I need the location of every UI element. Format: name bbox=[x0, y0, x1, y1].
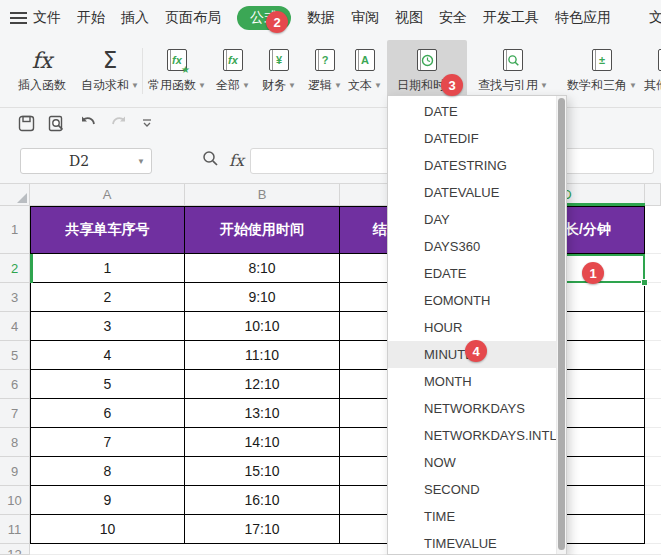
toolbar-button-label: 自动求和 bbox=[81, 77, 129, 94]
menu-item-1[interactable]: 开始 bbox=[77, 9, 105, 27]
row-header-9[interactable]: 9 bbox=[0, 457, 30, 486]
chevron-down-icon[interactable]: ▼ bbox=[137, 157, 145, 166]
function-item-networkdays.intl[interactable]: NETWORKDAYS.INTL bbox=[388, 422, 566, 449]
toolbar-button-label: 其他函数 bbox=[644, 77, 661, 94]
fill-handle[interactable] bbox=[641, 279, 648, 286]
menu-item-8[interactable]: 安全 bbox=[439, 9, 467, 27]
cell-A9[interactable]: 8 bbox=[30, 457, 185, 486]
save-icon[interactable] bbox=[18, 115, 35, 132]
cell-A10[interactable]: 9 bbox=[30, 486, 185, 515]
toolbar-button-text[interactable]: A文本▼ bbox=[344, 40, 386, 102]
toolbar-button-autosum[interactable]: Σ自动求和▼ bbox=[78, 40, 142, 102]
toolbar-button-insert-function[interactable]: fx插入函数 bbox=[6, 40, 78, 102]
cell-B8[interactable]: 14:10 bbox=[185, 428, 340, 457]
row-header-4[interactable]: 4 bbox=[0, 312, 30, 341]
menu-item-9[interactable]: 开发工具 bbox=[483, 9, 539, 27]
chevron-down-icon: ▼ bbox=[540, 81, 548, 90]
cell-E7[interactable] bbox=[645, 399, 661, 428]
undo-icon[interactable] bbox=[79, 115, 97, 131]
row-header-2[interactable]: 2 bbox=[0, 254, 30, 283]
menu-item-2[interactable]: 插入 bbox=[121, 9, 149, 27]
fx-icon[interactable]: fx bbox=[229, 151, 244, 170]
menu-item-3[interactable]: 页面布局 bbox=[165, 9, 221, 27]
cell-B7[interactable]: 13:10 bbox=[185, 399, 340, 428]
cell-A3[interactable]: 2 bbox=[30, 283, 185, 312]
cell-A2[interactable]: 1 bbox=[30, 254, 185, 283]
print-preview-icon[interactable] bbox=[48, 115, 66, 132]
toolbar-button-financial[interactable]: ¥财务▼ bbox=[258, 40, 300, 102]
cell-E5[interactable] bbox=[645, 341, 661, 370]
cell-A4[interactable]: 3 bbox=[30, 312, 185, 341]
toolbar-button-common-functions[interactable]: fx★常用函数▼ bbox=[144, 40, 210, 102]
cell-A8[interactable]: 7 bbox=[30, 428, 185, 457]
dropdown-scrollbar-thumb[interactable] bbox=[558, 98, 565, 550]
row-header-6[interactable]: 6 bbox=[0, 370, 30, 399]
select-all-corner[interactable] bbox=[0, 184, 30, 206]
function-item-date[interactable]: DATE bbox=[388, 98, 566, 125]
menu-item-5[interactable]: 数据 bbox=[307, 9, 335, 27]
cell-A6[interactable]: 5 bbox=[30, 370, 185, 399]
column-header-B[interactable]: B bbox=[185, 184, 340, 206]
row-header-5[interactable]: 5 bbox=[0, 341, 30, 370]
cell-E4[interactable] bbox=[645, 312, 661, 341]
cell-E8[interactable] bbox=[645, 428, 661, 457]
row-header-11[interactable]: 11 bbox=[0, 515, 30, 544]
function-item-eomonth[interactable]: EOMONTH bbox=[388, 287, 566, 314]
cell-B3[interactable]: 9:10 bbox=[185, 283, 340, 312]
function-item-days360[interactable]: DAYS360 bbox=[388, 233, 566, 260]
cell-B1[interactable]: 开始使用时间 bbox=[185, 206, 340, 254]
cell-B11[interactable]: 17:10 bbox=[185, 515, 340, 544]
cell-A11[interactable]: 10 bbox=[30, 515, 185, 544]
function-item-datedif[interactable]: DATEDIF bbox=[388, 125, 566, 152]
cell-B4[interactable]: 10:10 bbox=[185, 312, 340, 341]
cell-B6[interactable]: 12:10 bbox=[185, 370, 340, 399]
magnifier-icon[interactable] bbox=[202, 150, 219, 171]
row-header-1[interactable]: 1 bbox=[0, 206, 30, 254]
cell-B5[interactable]: 11:10 bbox=[185, 341, 340, 370]
cell-E1[interactable] bbox=[645, 206, 661, 254]
toolbar-button-lookup-reference[interactable]: 查找与引用▼ bbox=[470, 40, 556, 102]
menu-item-11[interactable]: 文 bbox=[649, 9, 661, 27]
column-header-E[interactable] bbox=[645, 184, 661, 206]
function-item-datevalue[interactable]: DATEVALUE bbox=[388, 179, 566, 206]
annotation-badge-4: 4 bbox=[465, 340, 487, 362]
cell-B2[interactable]: 8:10 bbox=[185, 254, 340, 283]
cell-B9[interactable]: 15:10 bbox=[185, 457, 340, 486]
menu-item-0[interactable]: 文件 bbox=[10, 9, 61, 27]
function-item-edate[interactable]: EDATE bbox=[388, 260, 566, 287]
cell-E6[interactable] bbox=[645, 370, 661, 399]
column-header-A[interactable]: A bbox=[30, 184, 185, 206]
function-item-now[interactable]: NOW bbox=[388, 449, 566, 476]
function-item-second[interactable]: SECOND bbox=[388, 476, 566, 503]
function-item-timevalue[interactable]: TIMEVALUE bbox=[388, 530, 566, 555]
menu-item-7[interactable]: 视图 bbox=[395, 9, 423, 27]
function-item-datestring[interactable]: DATESTRING bbox=[388, 152, 566, 179]
row-header-10[interactable]: 10 bbox=[0, 486, 30, 515]
cell-E10[interactable] bbox=[645, 486, 661, 515]
function-item-month[interactable]: MONTH bbox=[388, 368, 566, 395]
cell-A7[interactable]: 6 bbox=[30, 399, 185, 428]
toolbar-button-other-functions[interactable]: ⋯其他函数 bbox=[632, 40, 661, 102]
function-item-hour[interactable]: HOUR bbox=[388, 314, 566, 341]
cell-E3[interactable] bbox=[645, 283, 661, 312]
row-header-8[interactable]: 8 bbox=[0, 428, 30, 457]
row-header-12[interactable]: 12 bbox=[0, 544, 30, 555]
toolbar-button-logical[interactable]: ?逻辑▼ bbox=[304, 40, 346, 102]
menu-item-6[interactable]: 审阅 bbox=[351, 9, 379, 27]
cell-E11[interactable] bbox=[645, 515, 661, 544]
function-item-time[interactable]: TIME bbox=[388, 503, 566, 530]
cell-A1[interactable]: 共享单车序号 bbox=[30, 206, 185, 254]
function-item-day[interactable]: DAY bbox=[388, 206, 566, 233]
row-header-7[interactable]: 7 bbox=[0, 399, 30, 428]
function-item-networkdays[interactable]: NETWORKDAYS bbox=[388, 395, 566, 422]
menu-item-10[interactable]: 特色应用 bbox=[555, 9, 611, 27]
toolbar-button-all-functions[interactable]: fx全部▼ bbox=[212, 40, 254, 102]
cell-E9[interactable] bbox=[645, 457, 661, 486]
cell-A5[interactable]: 4 bbox=[30, 341, 185, 370]
cell-B10[interactable]: 16:10 bbox=[185, 486, 340, 515]
name-box[interactable]: D2 ▼ bbox=[20, 148, 152, 174]
customize-quick-access-icon[interactable] bbox=[141, 117, 153, 129]
row-header-3[interactable]: 3 bbox=[0, 283, 30, 312]
dropdown-scrollbar[interactable] bbox=[556, 96, 566, 554]
redo-icon[interactable] bbox=[110, 115, 128, 131]
